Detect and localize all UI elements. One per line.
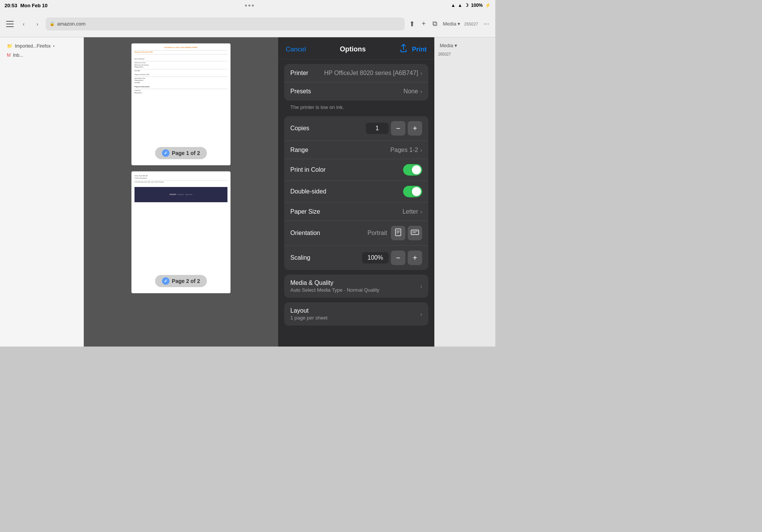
page1-thumbnail[interactable]: Final Notice for Order #1111-3453413-176… — [131, 43, 231, 165]
status-time: 20:53 — [5, 3, 17, 8]
papersize-value: Letter › — [402, 208, 422, 215]
layout-row[interactable]: Layout 1 page per sheet › — [284, 302, 428, 326]
color-toggle[interactable] — [403, 164, 422, 176]
color-label: Print in Color — [290, 166, 325, 173]
sidebar-item-imported[interactable]: 📁 Imported...Firefox ▾ — [5, 42, 79, 50]
dot2 — [248, 5, 250, 6]
presets-value: None › — [403, 88, 422, 95]
options-header: Cancel Options Print — [278, 37, 434, 59]
range-chevron: › — [420, 147, 422, 153]
sidebar-toggle-button[interactable] — [5, 19, 15, 29]
printer-name: HP OfficeJet 8020 series [A6B747] — [324, 70, 418, 77]
layout-sublabel: 1 page per sheet — [290, 315, 328, 321]
page2-check: ✓ — [162, 277, 170, 285]
ink-warning: The printer is low on ink. — [284, 101, 428, 112]
address-text: amazon.com — [57, 21, 85, 27]
portrait-label: Portrait — [367, 230, 387, 236]
status-bar: 20:53 Mon Feb 10 ▲ ▲ ☽ 100% ⚡ — [0, 0, 495, 11]
svg-rect-7 — [411, 230, 419, 235]
forward-button[interactable]: › — [32, 19, 43, 29]
lock-icon: 🔒 — [50, 21, 55, 26]
left-sidebar: 📁 Imported...Firefox ▾ M Inb... — [0, 37, 84, 347]
media-quality-row[interactable]: Media & Quality Auto Select Media Type ·… — [284, 275, 428, 298]
printer-section: Printer HP OfficeJet 8020 series [A6B747… — [284, 64, 428, 101]
media-area: Media ▾ — [438, 41, 491, 50]
print-preview-overlay: Final Notice for Order #1111-3453413-176… — [84, 37, 434, 347]
orientation-group: Portrait — [367, 226, 422, 240]
range-value: Pages 1-2 › — [390, 147, 422, 153]
range-label: Range — [290, 147, 308, 153]
browser-right: ⬆ + ⧉ Media ▾ 265027 ··· — [408, 18, 491, 30]
landscape-button[interactable] — [408, 226, 422, 240]
printer-row[interactable]: Printer HP OfficeJet 8020 series [A6B747… — [284, 64, 428, 82]
printer-chevron: › — [420, 70, 422, 76]
share-button[interactable]: ⬆ — [408, 18, 416, 30]
battery-label: 100% — [471, 3, 483, 8]
status-center — [245, 5, 254, 6]
chevron-down-icon-media: ▾ — [455, 43, 457, 48]
main-content: 📁 Imported...Firefox ▾ M Inb... amazon.c… — [0, 37, 495, 347]
scaling-increase-button[interactable]: + — [408, 251, 422, 265]
layout-label: Layout — [290, 307, 309, 314]
page1-label: ✓ Page 1 of 2 — [155, 147, 207, 159]
svg-rect-0 — [6, 21, 14, 22]
doublesided-label: Double-sided — [290, 188, 326, 195]
page2-label: ✓ Page 2 of 2 — [155, 275, 207, 287]
scaling-controls: 100% − + — [362, 251, 422, 265]
papersize-chevron: › — [420, 209, 422, 215]
landscape-icon — [411, 229, 419, 237]
media-quality-label: Media & Quality — [290, 280, 333, 286]
scaling-decrease-button[interactable]: − — [391, 251, 405, 265]
media-label-right: Media — [440, 43, 453, 48]
new-tab-button[interactable]: + — [420, 18, 427, 29]
copies-value: 1 — [366, 123, 389, 134]
signal-icon: ▲ — [458, 3, 462, 8]
range-row[interactable]: Range Pages 1-2 › — [284, 141, 428, 159]
scaling-label: Scaling — [290, 254, 310, 261]
presets-name: None — [403, 88, 418, 95]
papersize-label: Paper Size — [290, 208, 320, 215]
header-right: Print — [400, 44, 427, 54]
svg-rect-3 — [395, 229, 401, 236]
presets-row[interactable]: Presets None › — [284, 82, 428, 101]
dot3 — [252, 5, 254, 6]
printer-label: Printer — [290, 70, 308, 77]
options-panel: Cancel Options Print — [278, 37, 434, 347]
layout-section: Layout 1 page per sheet › — [284, 302, 428, 326]
back-button[interactable]: ‹ — [18, 19, 29, 29]
papersize-text: Letter — [402, 208, 418, 215]
print-settings-section: Copies 1 − + Range Pages 1-2 — [284, 116, 428, 270]
media-quality-section: Media & Quality Auto Select Media Type ·… — [284, 275, 428, 298]
page1-label-text: Page 1 of 2 — [172, 150, 200, 156]
portrait-button[interactable] — [391, 226, 405, 240]
address-bar[interactable]: 🔒 amazon.com — [46, 18, 405, 30]
status-day: Mon Feb 10 — [20, 3, 48, 8]
order-num: 265027 — [464, 22, 478, 26]
scaling-row: Scaling 100% − + — [284, 246, 428, 270]
range-text: Pages 1-2 — [390, 147, 418, 153]
doublesided-row: Double-sided — [284, 181, 428, 203]
right-sidebar: Media ▾ 265027 — [434, 37, 495, 347]
papersize-row[interactable]: Paper Size Letter › — [284, 203, 428, 221]
cancel-button[interactable]: Cancel — [286, 46, 306, 53]
tabs-button[interactable]: ⧉ — [431, 18, 439, 29]
folder-icon: 📁 — [7, 43, 13, 49]
sidebar-inbox-label: Inb... — [13, 53, 23, 58]
copies-decrease-button[interactable]: − — [391, 121, 405, 136]
page-content: amazon.com Order Placed: Febru... Amazon… — [84, 37, 434, 347]
more-button[interactable]: ··· — [482, 18, 491, 29]
media-quality-chevron: › — [420, 283, 422, 289]
portrait-icon — [395, 228, 402, 238]
orientation-label: Orientation — [290, 230, 320, 236]
copies-increase-button[interactable]: + — [408, 121, 422, 136]
doublesided-toggle[interactable] — [403, 186, 422, 197]
sidebar-imported-label: Imported...Firefox — [15, 43, 51, 49]
page2-label-text: Page 2 of 2 — [172, 278, 200, 284]
color-row: Print in Color — [284, 159, 428, 181]
sidebar-item-inbox[interactable]: M Inb... — [5, 51, 79, 59]
print-button[interactable]: Print — [412, 46, 427, 53]
order-num-right: 265027 — [438, 52, 491, 56]
share-icon[interactable] — [400, 44, 407, 54]
chevron-down-icon: ▾ — [53, 44, 55, 48]
page2-thumbnail[interactable]: Order Total: $41.48 Credit Card transact… — [131, 171, 231, 293]
